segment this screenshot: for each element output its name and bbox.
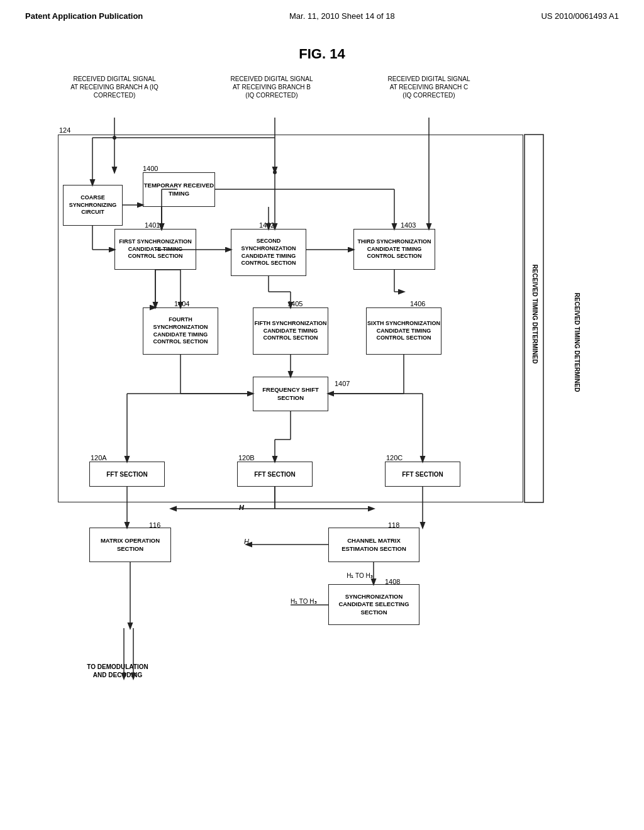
fft-b-box: FFT SECTION (237, 462, 313, 487)
ref-118: 118 (388, 521, 399, 529)
to-demod-label: TO DEMODULATION AND DECODING (86, 663, 149, 679)
ref-120c: 120C (386, 454, 402, 462)
h-arrow-label: H (239, 504, 244, 511)
temp-timing-box: TEMPORARY RECEIVED TIMING (143, 172, 215, 207)
ref-120a: 120A (91, 454, 107, 462)
ref-1404: 1404 (174, 300, 189, 307)
sync-select-box: SYNCHRONIZATION CANDIDATE SELECTING SECT… (328, 584, 419, 625)
ref-1402: 1402 (259, 221, 274, 229)
ref-124: 124 (59, 126, 70, 134)
matrix-op-box: MATRIX OPERATION SECTION (89, 528, 171, 562)
channel-matrix-box: CHANNEL MATRIX ESTIMATION SECTION (328, 528, 419, 562)
h-label: H (237, 537, 256, 546)
header-center: Mar. 11, 2010 Sheet 14 of 18 (289, 11, 395, 21)
header-right: US 2010/0061493 A1 (541, 11, 619, 21)
h1h3-label: H₁ TO H₃ (328, 572, 391, 580)
ref-116: 116 (149, 521, 160, 529)
ref-1405: 1405 (287, 300, 303, 307)
side-label: RECEIVED TIMING DETERMINED (531, 264, 538, 363)
fft-a-box: FFT SECTION (89, 462, 165, 487)
sync4-box: FOURTH SYNCHRONIZATION CANDIDATE TIMING … (143, 307, 218, 355)
ref-1400: 1400 (143, 165, 158, 172)
ref-1403: 1403 (401, 221, 416, 229)
ref-1401: 1401 (145, 221, 160, 229)
diagram-area: RECEIVED DIGITAL SIGNAL AT RECEIVING BRA… (52, 75, 592, 766)
freq-shift-box: FREQUENCY SHIFT SECTION (253, 377, 328, 411)
ref-1406: 1406 (410, 300, 425, 307)
signal-branch-b: RECEIVED DIGITAL SIGNAL AT RECEIVING BRA… (228, 75, 316, 99)
received-timing-label: RECEIVED TIMING DETERMINED (574, 292, 580, 393)
figure-title: FIG. 14 (0, 46, 644, 62)
ref-120b: 120B (238, 454, 255, 462)
signal-branch-c: RECEIVED DIGITAL SIGNAL AT RECEIVING BRA… (385, 75, 473, 99)
coarse-sync-box: COARSE SYNCHRONIZING CIRCUIT (63, 185, 123, 226)
sync2-box: SECOND SYNCHRONIZATION CANDIDATE TIMING … (231, 229, 306, 276)
ref-1407: 1407 (335, 380, 350, 387)
sync6-box: SIXTH SYNCHRONIZATION CANDIDATE TIMING C… (366, 307, 441, 355)
sync5-box: FIFTH SYNCHRONIZATION CANDIDATE TIMING C… (253, 307, 328, 355)
fft-c-box: FFT SECTION (385, 462, 460, 487)
signal-branch-a: RECEIVED DIGITAL SIGNAL AT RECEIVING BRA… (70, 75, 158, 99)
sync1-box: FIRST SYNCHRONIZATION CANDIDATE TIMING C… (114, 229, 196, 270)
h1h3-label2: H₁ TO H₃ (291, 598, 317, 605)
header-left: Patent Application Publication (25, 11, 143, 21)
sync3-box: THIRD SYNCHRONIZATION CANDIDATE TIMING C… (353, 229, 435, 270)
